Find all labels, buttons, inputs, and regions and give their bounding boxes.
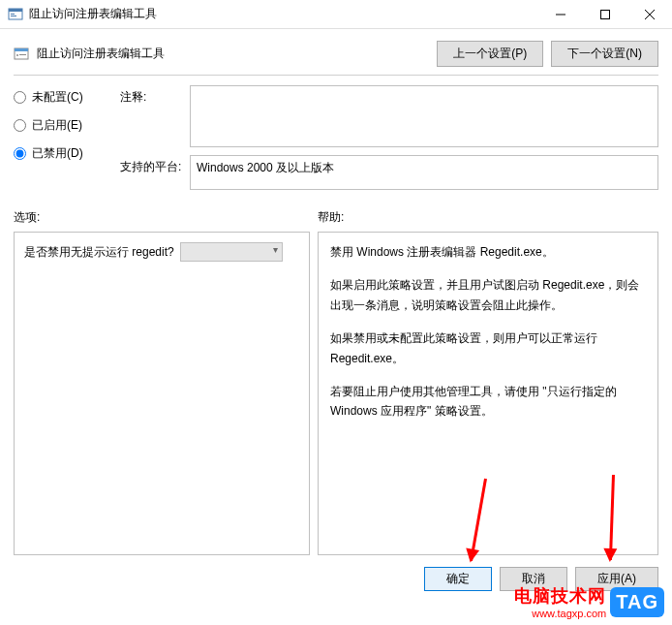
svg-rect-1 bbox=[9, 9, 22, 12]
option-question: 是否禁用无提示运行 regedit? bbox=[24, 244, 174, 261]
help-p1: 禁用 Windows 注册表编辑器 Regedit.exe。 bbox=[330, 242, 646, 262]
radio-group: 未配置(C) 已启用(E) 已禁用(D) bbox=[14, 85, 107, 190]
radio-enabled-input[interactable] bbox=[14, 119, 26, 132]
comment-input[interactable] bbox=[190, 85, 658, 147]
radio-not-configured-input[interactable] bbox=[14, 91, 26, 104]
svg-rect-9 bbox=[15, 48, 28, 51]
next-setting-button[interactable]: 下一个设置(N) bbox=[551, 41, 658, 67]
minimize-button[interactable] bbox=[538, 0, 583, 28]
options-label: 选项: bbox=[14, 209, 318, 226]
radio-not-configured-label: 未配置(C) bbox=[32, 89, 83, 106]
policy-title: 阻止访问注册表编辑工具 bbox=[37, 46, 429, 62]
platform-row: 支持的平台: Windows 2000 及以上版本 bbox=[120, 155, 658, 190]
svg-rect-2 bbox=[11, 14, 15, 15]
prev-setting-button[interactable]: 上一个设置(P) bbox=[437, 41, 543, 67]
help-label: 帮助: bbox=[318, 209, 344, 226]
watermark-text: 电脑技术网 www.tagxp.com bbox=[514, 584, 606, 619]
policy-icon bbox=[14, 47, 29, 62]
svg-rect-3 bbox=[11, 16, 16, 16]
maximize-button[interactable] bbox=[583, 0, 627, 28]
comment-label: 注释: bbox=[120, 85, 182, 147]
help-p3: 如果禁用或未配置此策略设置，则用户可以正常运行 Regedit.exe。 bbox=[330, 328, 646, 368]
section-labels: 选项: 帮助: bbox=[0, 190, 672, 232]
radio-not-configured[interactable]: 未配置(C) bbox=[14, 89, 107, 106]
help-p4: 若要阻止用户使用其他管理工具，请使用 "只运行指定的 Windows 应用程序"… bbox=[330, 382, 646, 422]
ok-button[interactable]: 确定 bbox=[424, 567, 492, 591]
radio-disabled-input[interactable] bbox=[14, 147, 26, 160]
option-select[interactable] bbox=[180, 242, 283, 262]
platform-label: 支持的平台: bbox=[120, 155, 182, 190]
svg-rect-11 bbox=[19, 54, 26, 55]
close-button[interactable] bbox=[627, 0, 672, 28]
lower-panels: 是否禁用无提示运行 regedit? 禁用 Windows 注册表编辑器 Reg… bbox=[0, 232, 672, 555]
window-controls bbox=[538, 0, 672, 28]
watermark-sub: www.tagxp.com bbox=[514, 608, 606, 619]
watermark-tag: TAG bbox=[610, 587, 664, 617]
radio-enabled[interactable]: 已启用(E) bbox=[14, 117, 107, 134]
watermark-main: 电脑技术网 bbox=[514, 584, 606, 608]
radio-enabled-label: 已启用(E) bbox=[32, 117, 82, 134]
comment-row: 注释: bbox=[120, 85, 658, 147]
options-panel: 是否禁用无提示运行 regedit? bbox=[14, 232, 310, 555]
watermark: 电脑技术网 www.tagxp.com TAG bbox=[514, 584, 664, 619]
svg-rect-5 bbox=[601, 10, 610, 18]
divider bbox=[14, 75, 658, 76]
svg-point-10 bbox=[16, 54, 18, 56]
app-icon bbox=[8, 7, 23, 22]
platform-value: Windows 2000 及以上版本 bbox=[190, 155, 658, 190]
window-title: 阻止访问注册表编辑工具 bbox=[29, 6, 538, 22]
radio-disabled[interactable]: 已禁用(D) bbox=[14, 145, 107, 162]
config-area: 未配置(C) 已启用(E) 已禁用(D) 注释: 支持的平台: Windows … bbox=[0, 85, 672, 190]
radio-disabled-label: 已禁用(D) bbox=[32, 145, 83, 162]
titlebar: 阻止访问注册表编辑工具 bbox=[0, 0, 672, 29]
fields: 注释: 支持的平台: Windows 2000 及以上版本 bbox=[120, 85, 658, 190]
header-row: 阻止访问注册表编辑工具 上一个设置(P) 下一个设置(N) bbox=[0, 29, 672, 75]
help-panel: 禁用 Windows 注册表编辑器 Regedit.exe。 如果启用此策略设置… bbox=[318, 232, 658, 555]
option-row: 是否禁用无提示运行 regedit? bbox=[24, 242, 299, 262]
help-p2: 如果启用此策略设置，并且用户试图启动 Regedit.exe，则会出现一条消息，… bbox=[330, 275, 646, 315]
